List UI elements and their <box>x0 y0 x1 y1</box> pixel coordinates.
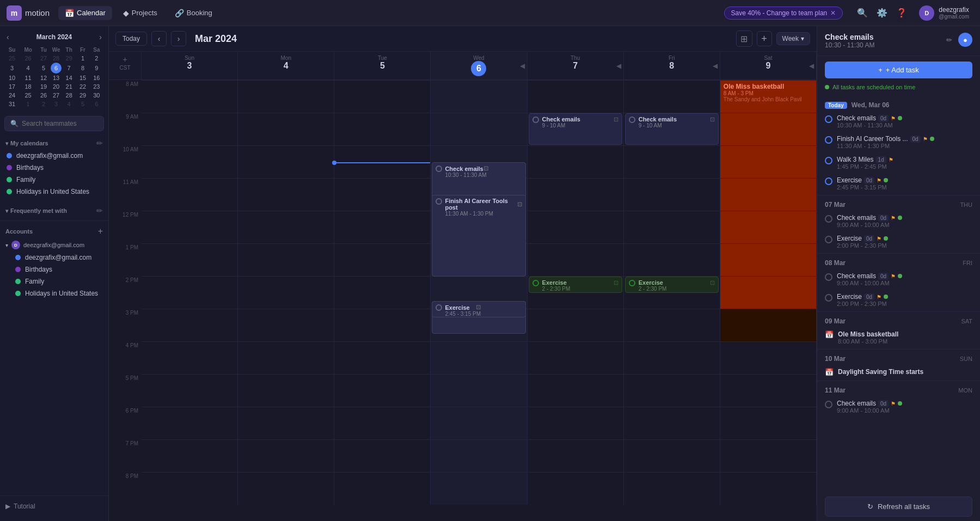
mini-cal-day[interactable]: 18 <box>20 82 36 91</box>
task-item-check-emails-thu[interactable]: Check emails 0d ⚑ 9:00 AM - 10:00 AM <box>817 211 980 231</box>
sidebar-account-birthdays[interactable]: Birthdays <box>0 263 108 275</box>
sidebar-item-gmail[interactable]: deezgrafix@gmail.com <box>0 150 108 162</box>
week-select[interactable]: Week ▾ <box>776 32 810 45</box>
cell-sat-4[interactable] <box>720 341 817 374</box>
add-task-btn[interactable]: + + Add task <box>825 62 972 78</box>
cell-mon-1[interactable] <box>238 243 334 276</box>
mini-cal-day[interactable]: 1 <box>20 100 36 108</box>
cell-thu-1[interactable] <box>528 243 624 276</box>
cell-fri-4[interactable] <box>624 341 720 374</box>
mini-cal-day[interactable]: 31 <box>4 100 20 108</box>
mini-cal-day[interactable]: 30 <box>89 91 104 100</box>
task-item-check-emails-fri[interactable]: Check emails 0d ⚑ 9:00 AM - 10:00 AM <box>817 269 980 290</box>
cell-tue-1[interactable] <box>334 243 431 276</box>
cell-sun-12[interactable] <box>142 211 238 243</box>
mini-cal-day[interactable]: 26 <box>36 91 51 100</box>
cell-tue-5[interactable] <box>334 374 431 407</box>
cell-fri-8[interactable] <box>624 80 720 113</box>
mini-cal-day[interactable]: 3 <box>51 100 62 108</box>
cell-tue-7[interactable] <box>334 439 431 472</box>
add-event-btn[interactable]: + <box>757 31 772 46</box>
mini-cal-day[interactable]: 4 <box>62 100 76 108</box>
cell-sat-2[interactable] <box>720 276 817 309</box>
mini-cal-day[interactable]: 3 <box>4 63 20 73</box>
cell-sun-1[interactable] <box>142 243 238 276</box>
mini-cal-day[interactable]: 4 <box>20 63 36 73</box>
task-item-check-emails-wed[interactable]: Check emails 0d ⚑ 10:30 AM - 11:30 AM <box>817 111 980 132</box>
mini-cal-day[interactable]: 17 <box>4 82 20 91</box>
cell-sun-7[interactable] <box>142 439 238 472</box>
today-btn[interactable]: Today <box>115 32 147 46</box>
help-btn[interactable]: ❓ <box>893 4 910 22</box>
mini-cal-day[interactable]: 27 <box>36 54 51 63</box>
cell-wed-6[interactable] <box>431 407 527 439</box>
cell-sun-10[interactable] <box>142 145 238 178</box>
fri-exercise-event[interactable]: Exercise 2 - 2:30 PM ⊡ <box>625 277 719 293</box>
ole-miss-calendar-event[interactable]: Ole Miss basketball8 AM - 3 PMThe Sandy … <box>720 81 816 105</box>
cell-mon-2[interactable] <box>238 276 334 309</box>
cell-sun-8pm[interactable] <box>142 472 238 505</box>
task-item-finish-ai-wed[interactable]: Finish AI Career Tools ... 0d ⚑ 11:30 AM… <box>817 132 980 152</box>
mini-cal-day[interactable]: 19 <box>36 82 51 91</box>
cell-thu-11[interactable] <box>528 178 624 211</box>
cell-tue-8[interactable] <box>334 80 431 113</box>
sidebar-account-family[interactable]: Family <box>0 275 108 287</box>
cell-thu-2[interactable]: Exercise 2 - 2:30 PM ⊡ <box>528 276 624 309</box>
ole-miss-event-item[interactable]: 📅 Ole Miss basketball 8:00 AM - 3:00 PM <box>817 327 980 348</box>
mini-cal-day[interactable]: 25 <box>20 91 36 100</box>
mini-cal-day[interactable]: 2 <box>89 54 104 63</box>
mini-cal-day[interactable]: 29 <box>76 91 89 100</box>
sidebar-item-holidays[interactable]: Holidays in United States <box>0 186 108 198</box>
cell-fri-7[interactable] <box>624 439 720 472</box>
cell-fri-5[interactable] <box>624 374 720 407</box>
cell-mon-11[interactable] <box>238 178 334 211</box>
cell-mon-7[interactable] <box>238 439 334 472</box>
grid-view-icon[interactable]: ⊞ <box>736 30 752 47</box>
mini-cal-day[interactable]: 15 <box>76 73 89 82</box>
cell-thu-3[interactable] <box>528 309 624 341</box>
thu-exercise-event[interactable]: Exercise 2 - 2:30 PM ⊡ <box>529 277 622 293</box>
cell-sat-8[interactable]: Ole Miss basketball8 AM - 3 PMThe Sandy … <box>720 80 817 113</box>
cell-fri-8pm[interactable] <box>624 472 720 505</box>
search-teammates[interactable]: 🔍 <box>4 116 104 131</box>
cell-sun-4[interactable] <box>142 341 238 374</box>
cell-thu-8[interactable] <box>528 80 624 113</box>
cell-sun-11[interactable] <box>142 178 238 211</box>
mini-cal-day[interactable]: 25 <box>4 54 20 63</box>
cell-thu-4[interactable] <box>528 341 624 374</box>
mini-cal-day[interactable]: 22 <box>76 82 89 91</box>
cell-wed-9[interactable] <box>431 113 527 145</box>
sidebar-account-gmail[interactable]: deezgrafix@gmail.com <box>0 252 108 263</box>
cell-thu-5[interactable] <box>528 374 624 407</box>
wed-finish-ai-event[interactable]: Finish AI Career Tools post ⊡ 11:30 AM -… <box>432 195 525 277</box>
mini-cal-day[interactable]: 14 <box>62 73 76 82</box>
logo-area[interactable]: m motion <box>7 5 50 21</box>
mini-cal-day[interactable]: 27 <box>51 91 62 100</box>
cell-fri-1[interactable] <box>624 243 720 276</box>
cell-sun-6[interactable] <box>142 407 238 439</box>
cell-wed-8pm[interactable] <box>431 472 527 505</box>
mini-cal-day[interactable]: 2 <box>36 100 51 108</box>
mini-cal-day[interactable]: 10 <box>4 73 20 82</box>
cell-sat-5[interactable] <box>720 374 817 407</box>
mini-cal-day[interactable]: 26 <box>20 54 36 63</box>
cell-fri-9[interactable]: Check emails 9 - 10 AM ⊡ <box>624 113 720 145</box>
mini-cal-day[interactable]: 16 <box>89 73 104 82</box>
mini-cal-day[interactable]: 5 <box>76 100 89 108</box>
cell-tue-8pm[interactable] <box>334 472 431 505</box>
edit-icon[interactable]: ✏ <box>96 206 103 215</box>
edit-task-icon[interactable]: ✏ <box>942 33 956 47</box>
mini-cal-day[interactable]: 20 <box>51 82 62 91</box>
task-item-check-emails-mon11[interactable]: Check emails 0d ⚑ 9:00 AM - 10:00 AM <box>817 396 980 417</box>
sidebar-account-holidays[interactable]: Holidays in United States <box>0 287 108 299</box>
mini-cal-day[interactable]: 24 <box>4 91 20 100</box>
add-account-icon[interactable]: + <box>98 226 103 236</box>
cell-mon-12[interactable] <box>238 211 334 243</box>
cell-sat-7[interactable] <box>720 439 817 472</box>
daylight-saving-event[interactable]: 📅 Daylight Saving Time starts <box>817 365 980 379</box>
fri-check-emails-event[interactable]: Check emails 9 - 10 AM ⊡ <box>625 113 719 145</box>
mini-cal-day[interactable]: 13 <box>51 73 62 82</box>
task-status-icon[interactable]: ● <box>958 33 972 47</box>
task-item-exercise-wed[interactable]: Exercise 0d ⚑ 2:45 PM - 3:15 PM <box>817 173 980 194</box>
cell-thu-10[interactable] <box>528 145 624 178</box>
